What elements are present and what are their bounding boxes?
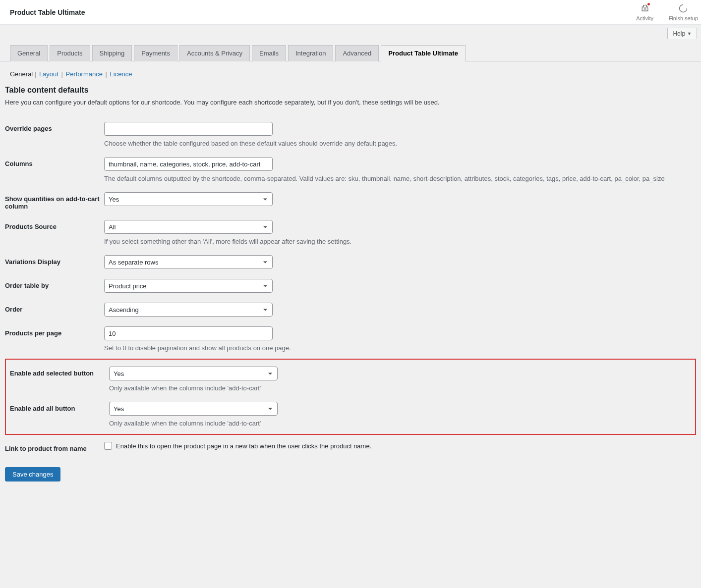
- enable-add-selected-select[interactable]: Yes: [109, 367, 278, 380]
- label-variations-display: Variations Display: [5, 255, 104, 266]
- desc-per-page: Set to 0 to disable pagination and show …: [104, 344, 686, 352]
- row-enable-add-all: Enable add all button Yes Only available…: [8, 397, 693, 432]
- chevron-down-icon: ▼: [687, 31, 692, 36]
- desc-products-source: If you select something other than 'All'…: [104, 238, 686, 245]
- save-button[interactable]: Save changes: [5, 467, 60, 481]
- activity-dot-icon: [647, 3, 650, 5]
- variations-display-select[interactable]: As separate rows: [104, 255, 273, 269]
- finish-setup-button[interactable]: Finish setup: [669, 0, 698, 24]
- enable-add-all-select[interactable]: Yes: [109, 402, 278, 416]
- show-quantities-select[interactable]: Yes: [104, 192, 273, 206]
- tab-shipping[interactable]: Shipping: [92, 45, 132, 61]
- svg-point-0: [680, 4, 687, 12]
- label-products-source: Products Source: [5, 220, 104, 230]
- row-link-product: Link to product from name Enable this to…: [5, 437, 696, 457]
- section-title: Table content defaults: [5, 86, 696, 95]
- row-order: Order Ascending: [5, 298, 696, 321]
- section-desc: Here you can configure your default opti…: [5, 99, 696, 106]
- label-override-pages: Override pages: [5, 122, 104, 132]
- help-tab[interactable]: Help ▼: [667, 28, 697, 39]
- per-page-input[interactable]: [104, 326, 273, 340]
- desc-enable-add-selected: Only available when the columns include …: [109, 384, 683, 392]
- help-row: Help ▼: [0, 25, 701, 39]
- top-bar-right: Activity Finish setup: [633, 0, 701, 24]
- order-select[interactable]: Ascending: [104, 303, 273, 317]
- label-enable-add-all: Enable add all button: [10, 402, 109, 412]
- desc-override-pages: Choose whether the table configured base…: [104, 140, 686, 147]
- separator: |: [61, 70, 65, 78]
- label-show-quantities: Show quantities on add-to-cart column: [5, 192, 104, 210]
- label-order-by: Order table by: [5, 279, 104, 289]
- override-pages-input[interactable]: [104, 122, 273, 136]
- subnav-licence[interactable]: Licence: [109, 70, 133, 78]
- tab-advanced[interactable]: Advanced: [335, 45, 379, 61]
- row-override-pages: Override pages Choose whether the table …: [5, 117, 696, 152]
- subnav-layout[interactable]: Layout: [38, 70, 59, 78]
- finish-setup-label: Finish setup: [669, 15, 698, 21]
- highlight-box: Enable add selected button Yes Only avai…: [5, 359, 696, 435]
- tab-payments[interactable]: Payments: [134, 45, 177, 61]
- desc-enable-add-all: Only available when the columns include …: [109, 420, 683, 427]
- label-per-page: Products per page: [5, 326, 104, 337]
- tab-product-table-ultimate[interactable]: Product Table Ultimate: [381, 45, 466, 61]
- page-title: Product Table Ultimate: [10, 8, 85, 16]
- label-link-product: Link to product from name: [5, 442, 104, 452]
- content-area: General | Layout | Performance | Licence…: [0, 61, 701, 486]
- label-order: Order: [5, 303, 104, 313]
- order-by-select[interactable]: Product price: [104, 279, 273, 293]
- link-product-checkbox[interactable]: [104, 442, 112, 450]
- tab-integration[interactable]: Integration: [288, 45, 333, 61]
- row-show-quantities: Show quantities on add-to-cart column Ye…: [5, 187, 696, 215]
- columns-input[interactable]: [104, 157, 273, 171]
- activity-button[interactable]: Activity: [633, 0, 657, 24]
- tab-products[interactable]: Products: [50, 45, 90, 61]
- form-table: Override pages Choose whether the table …: [5, 117, 696, 457]
- subnav-performance[interactable]: Performance: [65, 70, 104, 78]
- tab-accounts-privacy[interactable]: Accounts & Privacy: [179, 45, 250, 61]
- tab-general[interactable]: General: [10, 45, 48, 61]
- separator: |: [106, 70, 109, 78]
- products-source-select[interactable]: All: [104, 220, 273, 234]
- tab-emails[interactable]: Emails: [252, 45, 286, 61]
- activity-label: Activity: [636, 15, 653, 21]
- subnav-general[interactable]: General: [10, 70, 33, 78]
- row-enable-add-selected: Enable add selected button Yes Only avai…: [8, 362, 693, 397]
- label-columns: Columns: [5, 157, 104, 167]
- nav-tabs: General Products Shipping Payments Accou…: [0, 39, 701, 61]
- label-enable-add-selected: Enable add selected button: [10, 367, 109, 377]
- desc-columns: The default columns outputted by the sho…: [104, 175, 686, 182]
- separator: |: [35, 70, 38, 78]
- sub-nav: General | Layout | Performance | Licence: [5, 66, 696, 78]
- help-label: Help: [673, 30, 685, 37]
- row-order-by: Order table by Product price: [5, 274, 696, 298]
- desc-link-product: Enable this to open the product page in …: [116, 442, 371, 450]
- row-per-page: Products per page Set to 0 to disable pa…: [5, 321, 696, 357]
- row-columns: Columns The default columns outputted by…: [5, 152, 696, 187]
- progress-circle-icon: [678, 3, 688, 13]
- row-variations-display: Variations Display As separate rows: [5, 250, 696, 274]
- top-bar: Product Table Ultimate Activity Finish s…: [0, 0, 701, 25]
- row-products-source: Products Source All If you select someth…: [5, 215, 696, 250]
